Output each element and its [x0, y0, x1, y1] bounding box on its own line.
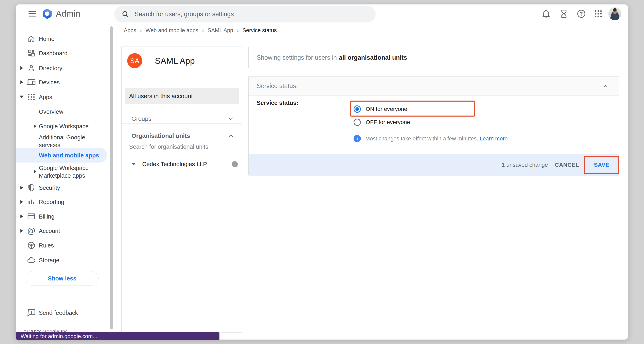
unsaved-changes-bar: 1 unsaved change CANCEL SAVE [248, 154, 619, 176]
scope-prefix: Showing settings for users in [257, 54, 337, 61]
sidebar-item-additional-google-services[interactable]: Additional Google services [16, 134, 107, 149]
sidebar-divider [16, 303, 113, 303]
search-icon [121, 10, 130, 19]
cloud-icon [27, 255, 36, 265]
breadcrumb-current: Service status [242, 27, 277, 34]
expand-arrow-icon[interactable] [18, 200, 25, 204]
radio-on-label: ON for everyone [366, 106, 407, 112]
info-icon: i [354, 135, 361, 142]
radio-on-option[interactable]: ON for everyone [354, 105, 407, 113]
expand-arrow-icon[interactable] [18, 186, 25, 189]
product-name: Admin [56, 9, 80, 19]
sidebar-item-label: Google Workspace [39, 122, 88, 130]
org-units-search-input[interactable] [129, 143, 235, 153]
radio-off-icon[interactable] [354, 119, 361, 126]
radio-off-option[interactable]: OFF for everyone [354, 119, 410, 126]
sidebar-item-label: Apps [39, 93, 52, 101]
sidebar-item-security[interactable]: Security [16, 180, 107, 195]
expand-arrow-icon[interactable] [18, 229, 25, 232]
expand-arrow-icon[interactable] [18, 214, 25, 218]
org-unit-row[interactable]: Cedex Technologies LLP [122, 161, 242, 168]
sidebar-item-account[interactable]: @Account [16, 223, 107, 238]
send-feedback-label: Send feedback [39, 309, 78, 317]
notifications-bell-icon[interactable] [540, 8, 552, 20]
field-label: Service status: [257, 100, 298, 106]
help-icon[interactable]: ? [576, 8, 587, 20]
unsaved-count: 1 unsaved change [502, 162, 548, 168]
breadcrumb-link[interactable]: Web and mobile apps [146, 27, 198, 34]
expand-arrow-icon[interactable] [18, 66, 25, 70]
breadcrumb-separator: › [140, 27, 142, 34]
admin-logo-icon [41, 8, 53, 20]
collapse-section-icon[interactable] [602, 83, 608, 89]
save-button[interactable]: SAVE [594, 162, 609, 168]
tasks-hourglass-icon[interactable] [558, 8, 570, 20]
chevron-down-icon[interactable] [227, 115, 234, 122]
app-panel: SA SAML App All users in this account Gr… [121, 47, 242, 333]
shield-icon [27, 183, 36, 192]
expand-arrow-icon[interactable] [32, 170, 38, 173]
breadcrumb-link[interactable]: Apps [124, 27, 136, 34]
expand-arrow-icon[interactable] [18, 80, 25, 84]
show-less-button[interactable]: Show less [26, 271, 98, 286]
highlight-box-save[interactable]: SAVE [584, 156, 619, 174]
admin-console-window: Admin ? Apps›Web and mobile apps›SAML Ap… [16, 5, 628, 339]
sidebar-item-rules[interactable]: Rules [16, 238, 107, 253]
app-avatar: SA [127, 53, 142, 68]
sidebar-item-label: Directory [39, 64, 62, 72]
menu-icon[interactable] [26, 9, 38, 18]
divider [122, 123, 242, 124]
sidebar-scrollbar[interactable] [110, 26, 113, 329]
service-status-header[interactable]: Service status: [248, 77, 619, 96]
google-apps-grid-icon[interactable] [593, 8, 604, 20]
info-row: i Most changes take effect within a few … [354, 135, 508, 142]
breadcrumb-link[interactable]: SAML App [208, 27, 233, 34]
info-text: Most changes take effect within a few mi… [365, 136, 478, 142]
send-feedback-button[interactable]: Send feedback [16, 308, 78, 317]
radio-off-label: OFF for everyone [366, 119, 410, 125]
chevron-up-icon[interactable] [227, 132, 234, 139]
collapse-arrow-icon[interactable] [18, 96, 25, 98]
org-unit-label: Cedex Technologies LLP [142, 161, 207, 168]
account-avatar[interactable] [608, 7, 621, 20]
cancel-button[interactable]: CANCEL [555, 162, 579, 168]
sidebar-item-dashboard[interactable]: Dashboard [16, 46, 107, 61]
sidebar-item-apps[interactable]: Apps [16, 90, 107, 104]
service-status-card: Service status: Service status: ON for e… [248, 77, 619, 175]
sidebar-item-label: Security [39, 184, 60, 191]
at-sign-icon: @ [27, 226, 36, 235]
radio-on-icon[interactable] [354, 105, 361, 113]
sidebar-item-label: Storage [39, 256, 60, 264]
sidebar-item-label: Billing [39, 212, 54, 220]
svg-text:?: ? [580, 11, 583, 17]
sidebar-item-billing[interactable]: Billing [16, 209, 107, 224]
all-users-row[interactable]: All users in this account [125, 88, 239, 104]
sidebar-item-home[interactable]: Home [16, 31, 107, 46]
global-search[interactable] [114, 6, 376, 23]
sidebar-item-devices[interactable]: Devices [16, 75, 107, 90]
status-text: Waiting for admin.google.com... [21, 333, 97, 339]
sidebar-item-label: Rules [39, 241, 54, 249]
sidebar-item-web-and-mobile-apps[interactable]: Web and mobile apps [16, 148, 107, 163]
sidebar-item-storage[interactable]: Storage [16, 253, 107, 267]
sidebar-item-google-workspace[interactable]: Google Workspace [16, 119, 107, 134]
expand-arrow-icon[interactable] [32, 124, 38, 128]
credit-card-icon [27, 212, 36, 221]
dashboard-icon [27, 48, 36, 58]
apps-grid-icon [27, 92, 36, 102]
breadcrumb: Apps›Web and mobile apps›SAML App›Servic… [113, 24, 628, 37]
sidebar-item-label: Google Workspace Marketplace apps [39, 164, 107, 179]
sidebar-item-google-workspace-marketplace-apps[interactable]: Google Workspace Marketplace apps [16, 164, 107, 179]
tree-expand-icon[interactable] [132, 163, 136, 166]
sidebar-item-directory[interactable]: Directory [16, 61, 107, 76]
sidebar-item-reporting[interactable]: Reporting [16, 194, 107, 209]
search-input[interactable] [134, 10, 358, 18]
sidebar-item-overview[interactable]: Overview [16, 104, 107, 119]
devices-icon [27, 78, 36, 87]
groups-section-label: Groups [132, 115, 151, 122]
person-icon [27, 63, 36, 73]
org-units-section-label: Organisational units [132, 132, 190, 139]
browser-status-bar: Waiting for admin.google.com... [16, 332, 220, 340]
steering-wheel-icon [27, 241, 36, 250]
learn-more-link[interactable]: Learn more [480, 136, 508, 142]
